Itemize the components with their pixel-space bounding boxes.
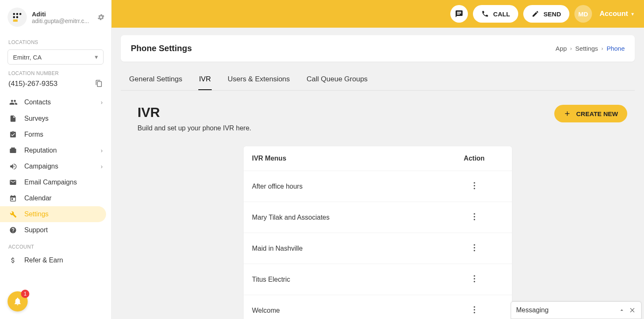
messaging-dock[interactable]: Messaging (511, 301, 641, 319)
sidebar-item-contacts[interactable]: Contacts › (0, 94, 111, 111)
main: CALL SEND MD Account ▾ Phone Settings Ap… (112, 0, 644, 319)
user-name: Aditi (32, 10, 97, 18)
kebab-icon[interactable] (473, 306, 475, 314)
svg-point-19 (473, 309, 475, 311)
sidebar-item-label: Support (24, 226, 48, 234)
svg-point-16 (473, 278, 475, 280)
svg-point-11 (473, 218, 475, 220)
content: Phone Settings App › Settings › Phone Ge… (112, 28, 644, 319)
kebab-icon[interactable] (473, 275, 475, 283)
close-icon[interactable] (629, 307, 636, 314)
kebab-icon[interactable] (473, 213, 475, 220)
sidebar: Aditi aditi.gupta@emitrr.c... LOCATIONS … (0, 0, 112, 319)
copy-icon[interactable] (95, 80, 103, 87)
ivr-menu-name: Mary Tilak and Associates (252, 214, 445, 221)
ivr-menu-name: Titus Electric (252, 276, 445, 283)
sidebar-item-campaigns[interactable]: Campaigns › (0, 158, 111, 174)
notifications-button[interactable]: 1 (8, 291, 28, 311)
email-icon (9, 179, 18, 186)
svg-point-9 (473, 213, 475, 215)
sidebar-item-calendar[interactable]: Calendar (0, 190, 111, 206)
col-action: Action (445, 155, 504, 162)
contacts-icon (9, 98, 18, 106)
sidebar-item-label: Forms (24, 131, 43, 138)
account-menu[interactable]: Account ▾ (600, 10, 634, 18)
sidebar-item-support[interactable]: Support (0, 222, 111, 238)
table-row: Maid in Nashville (244, 233, 512, 264)
tab-users-extensions[interactable]: Users & Extensions (227, 70, 291, 90)
wrench-icon (9, 210, 18, 218)
campaigns-icon (9, 163, 18, 170)
create-new-label: CREATE NEW (576, 110, 618, 117)
table-head: IVR Menus Action (244, 146, 512, 171)
breadcrumb-settings[interactable]: Settings (575, 45, 598, 52)
tab-call-queue-groups[interactable]: Call Queue Groups (306, 70, 369, 90)
sidebar-item-email-campaigns[interactable]: Email Campaigns (0, 174, 111, 190)
svg-rect-5 (13, 19, 18, 21)
chevron-right-icon: › (570, 45, 572, 52)
topbar: CALL SEND MD Account ▾ (112, 0, 644, 28)
help-icon (9, 226, 18, 234)
chevron-down-icon: ▾ (95, 53, 98, 61)
table-row: Welcome (244, 295, 512, 319)
kebab-icon[interactable] (473, 182, 475, 189)
svg-point-0 (13, 13, 15, 15)
page-title: Phone Settings (131, 44, 192, 53)
chevron-right-icon: › (101, 99, 103, 106)
section-title: IVR (138, 105, 251, 120)
tab-general-settings[interactable]: General Settings (128, 70, 183, 90)
sidebar-item-label: Settings (24, 210, 49, 218)
send-label: SEND (543, 10, 561, 18)
sidebar-item-label: Reputation (24, 147, 57, 154)
ivr-menu-name: After office hours (252, 183, 445, 190)
messages-button[interactable] (450, 5, 468, 23)
calendar-icon (9, 195, 18, 202)
svg-point-6 (473, 182, 475, 184)
sidebar-item-reputation[interactable]: Reputation › (0, 143, 111, 158)
svg-point-12 (473, 244, 475, 246)
svg-point-14 (473, 249, 475, 251)
expand-icon[interactable] (618, 307, 625, 314)
chevron-right-icon: › (601, 45, 603, 52)
sidebar-item-settings[interactable]: Settings (0, 206, 106, 222)
table-row: After office hours (244, 171, 512, 202)
svg-point-2 (19, 13, 21, 15)
location-select[interactable]: Emitrr, CA ▾ (8, 49, 104, 65)
section-subtitle: Build and set up your phone IVR here. (138, 124, 251, 132)
kebab-icon[interactable] (473, 244, 475, 252)
avatar[interactable]: MD (574, 5, 592, 23)
account-label: Account (600, 10, 628, 18)
svg-point-8 (473, 187, 475, 189)
dollar-icon (9, 257, 18, 264)
svg-point-20 (473, 312, 475, 314)
chevron-right-icon: › (101, 163, 103, 170)
table-row: Titus Electric (244, 264, 512, 295)
sidebar-item-refer[interactable]: Refer & Earn (0, 252, 111, 268)
call-button[interactable]: CALL (473, 5, 518, 23)
send-button[interactable]: SEND (523, 5, 569, 23)
account-label: ACCOUNT (0, 238, 111, 252)
sidebar-item-label: Campaigns (24, 163, 58, 170)
svg-point-4 (16, 16, 18, 18)
create-new-button[interactable]: CREATE NEW (554, 105, 627, 122)
breadcrumb: App › Settings › Phone (556, 45, 625, 52)
svg-point-15 (473, 275, 475, 277)
ivr-menu-name: Maid in Nashville (252, 245, 445, 252)
notification-badge: 1 (21, 290, 29, 298)
breadcrumb-phone[interactable]: Phone (607, 45, 625, 52)
sidebar-item-label: Refer & Earn (24, 257, 63, 264)
gear-icon[interactable] (97, 13, 105, 21)
svg-point-10 (473, 216, 475, 218)
breadcrumb-app[interactable]: App (556, 45, 567, 52)
app-logo (8, 8, 27, 27)
chevron-right-icon: › (101, 147, 103, 154)
sidebar-nav: Contacts › Surveys Forms Reputation › Ca… (0, 94, 111, 238)
sidebar-item-surveys[interactable]: Surveys (0, 111, 111, 127)
dock-title: Messaging (516, 306, 614, 314)
tab-ivr[interactable]: IVR (198, 70, 212, 90)
surveys-icon (9, 115, 18, 122)
sidebar-item-forms[interactable]: Forms (0, 127, 111, 143)
svg-point-7 (473, 185, 475, 187)
location-selected-value: Emitrr, CA (13, 54, 42, 61)
svg-point-18 (473, 306, 475, 308)
